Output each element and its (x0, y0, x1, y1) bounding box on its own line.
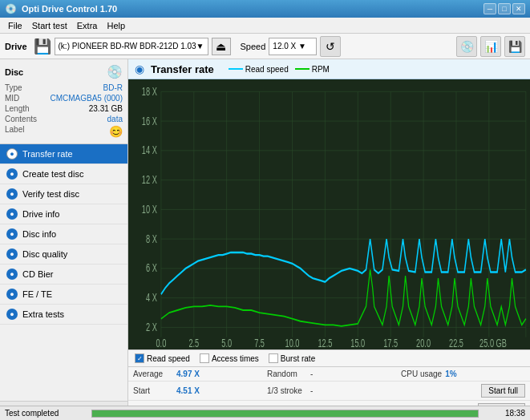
nav-icon-disc-quality: ● (6, 248, 18, 260)
nav-item-create-test-disc[interactable]: ●Create test disc (0, 164, 127, 184)
progress-bar-fill (92, 410, 478, 417)
nav-label-transfer-rate: Transfer rate (22, 149, 73, 159)
svg-text:22.5: 22.5 (449, 337, 463, 349)
svg-text:0.0: 0.0 (156, 337, 167, 349)
disc-change-icon[interactable]: 💿 (107, 64, 123, 79)
length-value: 23.31 GB (50, 103, 123, 114)
chart-area: 18 X 16 X 14 X 12 X 10 X 8 X 6 X 4 X 2 X… (128, 79, 530, 349)
access-times-checkbox[interactable]: Access times (200, 353, 259, 363)
menu-start-test[interactable]: Start test (27, 19, 72, 32)
status-text: Test completed (5, 409, 85, 418)
disc-button[interactable]: 💿 (456, 36, 477, 57)
nav-icon-verify-test-disc: ● (6, 188, 18, 200)
label-label: Label (5, 124, 50, 139)
burst-rate-checkbox-box[interactable] (269, 353, 278, 363)
svg-text:17.5: 17.5 (383, 337, 398, 349)
burst-rate-checkbox-label: Burst rate (281, 354, 315, 363)
close-button[interactable]: ✕ (512, 3, 525, 14)
progress-bar (91, 410, 479, 418)
nav-icon-extra-tests: ● (6, 309, 18, 320)
nav-item-verify-test-disc[interactable]: ●Verify test disc (0, 184, 127, 204)
nav-item-extra-tests[interactable]: ●Extra tests (0, 305, 127, 325)
nav-icon-fe-te: ● (6, 289, 18, 300)
burst-rate-checkbox[interactable]: Burst rate (269, 353, 315, 363)
menu-file[interactable]: File (3, 19, 27, 32)
random-value: - (310, 370, 313, 378)
legend-read-speed-label: Read speed (245, 65, 289, 74)
svg-text:16 X: 16 X (142, 115, 157, 127)
refresh-button[interactable]: ↺ (320, 36, 341, 57)
nav-item-transfer-rate[interactable]: ●Transfer rate (0, 144, 127, 164)
legend-read-speed: Read speed (229, 65, 289, 74)
svg-text:25.0 GB: 25.0 GB (479, 337, 507, 349)
svg-text:12.5: 12.5 (318, 337, 332, 349)
graph-button[interactable]: 📊 (480, 36, 501, 57)
nav-items: ●Transfer rate●Create test disc●Verify t… (0, 144, 127, 325)
type-label: Type (5, 83, 50, 93)
stat-row-start: Start 4.51 X (128, 382, 262, 401)
stat-row-cpu: CPU usage 1% (396, 367, 530, 382)
statusbar: Test completed 18:38 (0, 406, 530, 420)
legend-rpm: RPM (295, 65, 330, 74)
nav-icon-drive-info: ● (6, 208, 18, 220)
nav-item-disc-info[interactable]: ●Disc info (0, 224, 127, 244)
svg-text:15.0: 15.0 (350, 337, 365, 349)
nav-label-cd-bier: CD Bier (22, 269, 54, 279)
label-edit-icon[interactable]: 😊 (109, 125, 123, 138)
svg-text:6 X: 6 X (146, 262, 157, 274)
contents-label: Contents (5, 114, 50, 124)
read-speed-checkbox[interactable]: ✓ Read speed (135, 353, 190, 363)
svg-text:2.5: 2.5 (188, 337, 199, 349)
nav-item-fe-te[interactable]: ●FE / TE (0, 285, 127, 305)
nav-label-verify-test-disc: Verify test disc (22, 189, 79, 199)
eject-button[interactable]: ⏏ (212, 38, 231, 55)
nav-item-disc-quality[interactable]: ●Disc quality (0, 244, 127, 265)
read-speed-checkbox-box[interactable]: ✓ (135, 353, 144, 363)
disc-panel: Disc 💿 Type BD-R MID CMCMAGBA5 (000) Len… (0, 59, 127, 144)
chart-svg: 18 X 16 X 14 X 12 X 10 X 8 X 6 X 4 X 2 X… (128, 79, 530, 349)
random-label: Random (267, 370, 307, 378)
speed-select[interactable]: 12.0 X ▼ (269, 38, 317, 55)
nav-label-extra-tests: Extra tests (22, 309, 64, 319)
stat-row-start-full: Start full (396, 382, 530, 401)
toolbar: Drive 💾 (k:) PIONEER BD-RW BDR-212D 1.03… (0, 34, 530, 59)
svg-text:2 X: 2 X (146, 321, 157, 333)
contents-value: data (50, 114, 123, 124)
svg-text:5.0: 5.0 (221, 337, 232, 349)
svg-text:7.5: 7.5 (254, 337, 265, 349)
menu-extra[interactable]: Extra (72, 19, 103, 32)
chart-controls: ✓ Read speed Access times Burst rate (128, 349, 530, 366)
chart-header: ◉ Transfer rate Read speed RPM (128, 59, 530, 79)
nav-icon-transfer-rate: ● (6, 148, 18, 160)
chart-title: Transfer rate (151, 63, 214, 75)
stat-row-random: Random - (262, 367, 396, 382)
app-icon: 💿 (5, 3, 17, 14)
menu-help[interactable]: Help (102, 19, 130, 32)
nav-item-cd-bier[interactable]: ●CD Bier (0, 265, 127, 285)
access-times-checkbox-label: Access times (212, 354, 259, 363)
cpu-value: 1% (445, 370, 477, 378)
nav-item-drive-info[interactable]: ●Drive info (0, 204, 127, 224)
access-times-checkbox-box[interactable] (200, 353, 209, 363)
mid-value: CMCMAGBA5 (000) (50, 93, 123, 103)
minimize-button[interactable]: ─ (483, 3, 496, 14)
titlebar: 💿 Opti Drive Control 1.70 ─ □ ✕ (0, 0, 530, 18)
length-label: Length (5, 103, 50, 114)
content-area: ◉ Transfer rate Read speed RPM (128, 59, 530, 420)
mid-label: MID (5, 93, 50, 103)
svg-text:8 X: 8 X (146, 232, 157, 244)
nav-icon-cd-bier: ● (6, 269, 18, 280)
label-value: 😊 (50, 124, 123, 139)
disc-title: Disc (5, 67, 23, 77)
save-button[interactable]: 💾 (504, 36, 525, 57)
drive-select[interactable]: (k:) PIONEER BD-RW BDR-212D 1.03 ▼ (55, 38, 208, 55)
maximize-button[interactable]: □ (498, 3, 511, 14)
average-label: Average (133, 370, 173, 378)
start-label: Start (133, 386, 173, 395)
stat-row-stroke13: 1/3 stroke - (262, 382, 396, 401)
start-full-button[interactable]: Start full (481, 384, 525, 398)
chart-legend: Read speed RPM (229, 65, 330, 74)
svg-text:10 X: 10 X (142, 203, 157, 215)
nav-label-fe-te: FE / TE (22, 289, 52, 299)
nav-label-drive-info: Drive info (22, 209, 59, 219)
